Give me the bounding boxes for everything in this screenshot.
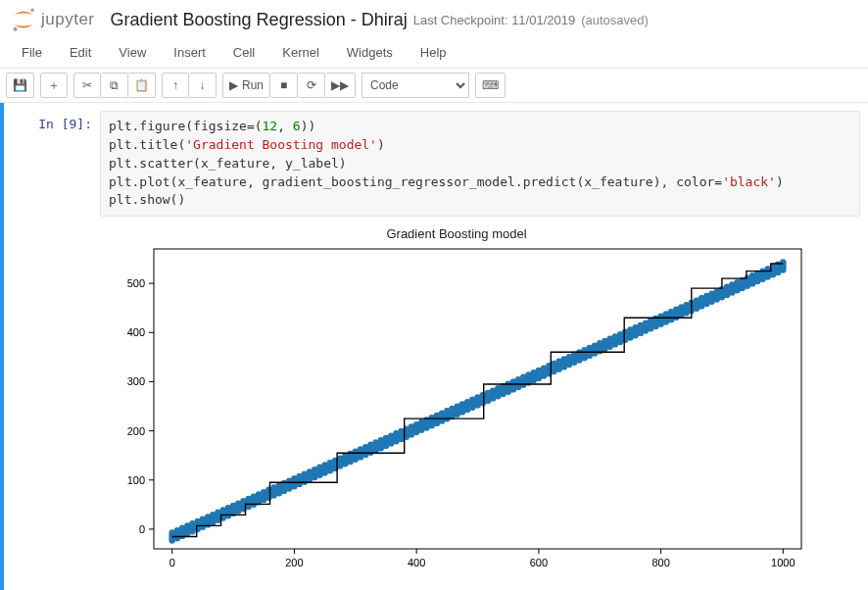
jupyter-logo[interactable]: jupyter (10, 6, 95, 33)
keyboard-icon: ⌨ (482, 78, 499, 92)
restart-button[interactable]: ⟳ (298, 73, 325, 98)
menu-file[interactable]: File (8, 37, 56, 68)
svg-text:500: 500 (127, 277, 145, 289)
add-cell-button[interactable]: ＋ (40, 73, 68, 98)
paste-icon: 📋 (134, 78, 149, 92)
toolbar: 💾 ＋ ✂ ⧉ 📋 ↑ ↓ ▶ Run ■ ⟳ (0, 69, 868, 103)
scatter-series (169, 260, 787, 544)
svg-text:200: 200 (285, 557, 303, 568)
code-cell[interactable]: In [9]: plt.figure(figsize=(12, 6)) plt.… (4, 111, 868, 217)
jupyter-icon (10, 6, 37, 33)
restart-icon: ⟳ (307, 78, 316, 92)
celltype-select[interactable]: Code (362, 73, 469, 98)
menu-widgets[interactable]: Widgets (333, 37, 407, 68)
svg-point-1 (14, 27, 18, 31)
menu-view[interactable]: View (105, 37, 160, 68)
svg-text:1000: 1000 (771, 557, 795, 568)
svg-text:400: 400 (408, 557, 425, 568)
svg-text:100: 100 (127, 474, 145, 486)
autosaved-label: (autosaved) (581, 13, 649, 27)
stop-icon: ■ (280, 78, 287, 92)
menubar: File Edit View Insert Cell Kernel Widget… (0, 37, 868, 69)
notebook-title[interactable]: Gradient Boosting Regression - Dhiraj (111, 10, 408, 30)
move-down-button[interactable]: ↓ (189, 73, 217, 98)
notebook-header: jupyter Gradient Boosting Regression - D… (0, 0, 868, 37)
chart-title: Gradient Boosting model (100, 226, 813, 241)
svg-text:400: 400 (127, 326, 145, 338)
arrow-down-icon: ↓ (200, 78, 206, 92)
run-all-button[interactable]: ▶▶ (325, 73, 356, 98)
move-up-button[interactable]: ↑ (162, 73, 189, 98)
menu-cell[interactable]: Cell (219, 37, 268, 68)
save-button[interactable]: 💾 (6, 73, 34, 98)
notebook-area: In [9]: plt.figure(figsize=(12, 6)) plt.… (0, 103, 868, 590)
svg-text:0: 0 (169, 557, 175, 568)
cut-button[interactable]: ✂ (73, 73, 101, 98)
run-label: Run (242, 78, 264, 92)
scissors-icon: ✂ (82, 78, 92, 92)
svg-text:200: 200 (127, 425, 145, 437)
run-button[interactable]: ▶ Run (222, 73, 270, 98)
svg-text:600: 600 (530, 557, 548, 568)
svg-point-0 (30, 8, 33, 12)
menu-insert[interactable]: Insert (160, 37, 219, 68)
menu-kernel[interactable]: Kernel (268, 37, 333, 68)
menu-help[interactable]: Help (407, 37, 460, 68)
arrow-up-icon: ↑ (172, 78, 178, 92)
svg-text:0: 0 (139, 523, 145, 535)
svg-text:300: 300 (127, 376, 145, 388)
checkpoint-label: Last Checkpoint: 11/01/2019 (413, 13, 576, 27)
interrupt-button[interactable]: ■ (270, 73, 298, 98)
command-palette-button[interactable]: ⌨ (475, 73, 506, 98)
logo-text: jupyter (41, 10, 95, 29)
copy-icon: ⧉ (110, 78, 119, 92)
paste-button[interactable]: 📋 (128, 73, 156, 98)
input-prompt: In [9]: (12, 111, 100, 217)
svg-text:800: 800 (651, 557, 669, 568)
copy-button[interactable]: ⧉ (101, 73, 128, 98)
cell-output: Gradient Boosting model 0200400600800100… (4, 217, 868, 576)
code-input[interactable]: plt.figure(figsize=(12, 6)) plt.title('G… (100, 111, 860, 217)
menu-edit[interactable]: Edit (56, 37, 105, 68)
chart-plot: 020040060080010000100200300400500 (100, 243, 813, 576)
svg-point-631 (780, 260, 786, 266)
plus-icon: ＋ (48, 77, 60, 94)
play-icon: ▶ (229, 78, 238, 92)
fast-forward-icon: ▶▶ (331, 78, 349, 92)
save-icon: 💾 (13, 78, 27, 92)
